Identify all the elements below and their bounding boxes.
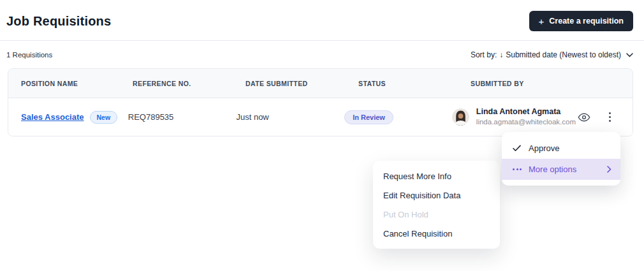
submenu-item-edit-requisition-data[interactable]: Edit Requisition Data	[373, 186, 500, 205]
column-header-submitted-by: SUBMITTED BY	[471, 80, 633, 87]
row-actions-menu: Approve More options	[502, 132, 620, 186]
position-cell: Sales Associate New	[8, 111, 128, 124]
page-header: Job Requisitions + Create a requisition	[0, 0, 644, 40]
more-options-submenu: Request More Info Edit Requisition Data …	[373, 161, 500, 249]
row-menu-button[interactable]	[605, 110, 615, 124]
submitter-text: Linda Antonet Agmata linda.agmata@whitec…	[476, 107, 576, 127]
menu-item-approve-label: Approve	[529, 143, 559, 153]
menu-item-more-options-label: More options	[529, 165, 576, 174]
row-actions	[576, 109, 615, 126]
create-requisition-label: Create a requisition	[549, 17, 624, 26]
sort-by-dropdown[interactable]: Sort by: ↓ Submitted date (Newest to old…	[471, 50, 633, 59]
view-button[interactable]	[576, 109, 592, 126]
create-requisition-button[interactable]: + Create a requisition	[529, 11, 633, 31]
submitter-name: Linda Antonet Agmata	[476, 107, 576, 117]
column-header-status: STATUS	[358, 80, 471, 87]
new-badge: New	[90, 111, 118, 124]
plus-icon: +	[539, 17, 545, 26]
submitted-by-cell: Linda Antonet Agmata linda.agmata@whitec…	[452, 107, 633, 127]
menu-item-approve[interactable]: Approve	[502, 138, 620, 159]
submenu-item-put-on-hold: Put On Hold	[373, 205, 500, 224]
eye-icon	[577, 110, 591, 124]
submenu-item-cancel-requisition[interactable]: Cancel Requisition	[373, 224, 500, 243]
requisitions-table: POSITION NAME REFERENCE NO. DATE SUBMITT…	[8, 68, 633, 136]
sort-by-value: Submitted date (Newest to oldest)	[506, 50, 621, 59]
menu-item-more-options[interactable]: More options	[502, 159, 620, 180]
page-title: Job Requisitions	[6, 14, 111, 29]
chevron-right-icon	[607, 166, 611, 173]
column-header-date-submitted: DATE SUBMITTED	[245, 80, 358, 87]
submenu-item-request-more-info[interactable]: Request More Info	[373, 166, 500, 186]
toolbar: 1 Requisitions Sort by: ↓ Submitted date…	[0, 41, 644, 68]
avatar	[452, 108, 469, 126]
table-header-row: POSITION NAME REFERENCE NO. DATE SUBMITT…	[8, 69, 633, 98]
requisitions-count: 1 Requisitions	[6, 51, 52, 59]
table-row: Sales Associate New REQ789535 Just now I…	[8, 98, 633, 136]
status-cell: In Review	[344, 110, 452, 124]
chevron-down-icon	[626, 53, 633, 57]
status-badge: In Review	[344, 110, 393, 124]
date-submitted-value: Just now	[236, 112, 344, 122]
position-name-link[interactable]: Sales Associate	[21, 112, 84, 122]
column-header-position-name: POSITION NAME	[8, 80, 133, 87]
more-options-icon	[513, 168, 525, 170]
reference-no-value: REQ789535	[128, 112, 237, 122]
sort-direction-icon: ↓	[499, 50, 503, 59]
submitter-email: linda.agmata@whitecloak.com	[476, 117, 576, 127]
check-icon	[513, 145, 525, 152]
column-header-reference-no: REFERENCE NO.	[133, 80, 245, 87]
sort-by-label: Sort by:	[471, 50, 497, 59]
submitter-info: Linda Antonet Agmata linda.agmata@whitec…	[452, 107, 576, 127]
